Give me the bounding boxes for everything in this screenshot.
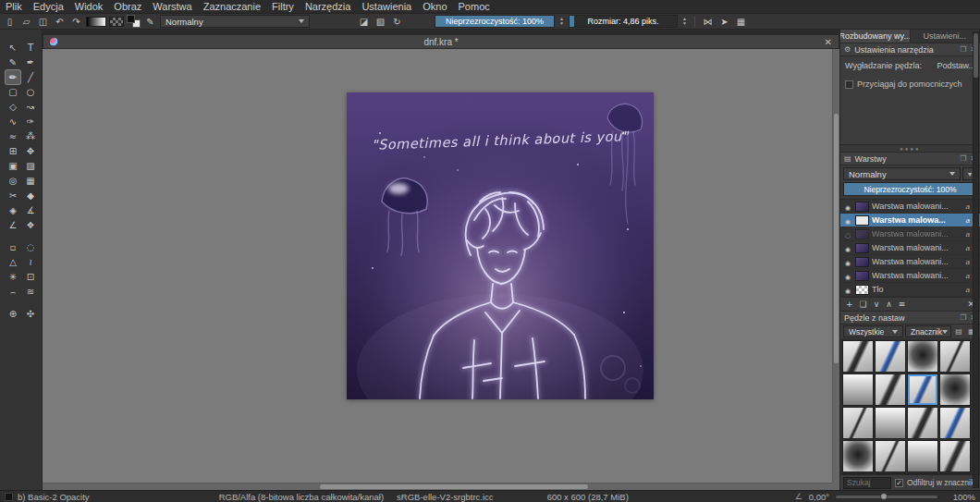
brush-preset[interactable] <box>939 407 971 439</box>
line-tool[interactable]: ╱ <box>23 70 38 84</box>
freehand-path-tool[interactable]: ✑ <box>23 115 38 129</box>
bezier-select-tool[interactable]: ⌢ <box>6 285 20 299</box>
preset-filter-combo[interactable]: Wszystkie <box>843 325 903 337</box>
flip-icon[interactable]: ➤ <box>717 15 731 28</box>
eraser-mode-icon[interactable]: ◪ <box>357 15 371 28</box>
foreground-background-colors[interactable] <box>127 15 141 28</box>
redo-icon[interactable]: ↷ <box>69 15 83 28</box>
visibility-eye-icon[interactable] <box>843 215 852 226</box>
duplicate-layer-button[interactable]: ❏ <box>860 300 867 309</box>
layer-row[interactable]: Warstwa malowani... a <box>840 200 980 214</box>
float-dock-icon[interactable]: ❐ <box>960 154 966 163</box>
dock-tab[interactable]: Rozbudowany wy... <box>840 30 911 43</box>
alpha-lock-icon[interactable]: a <box>966 272 970 280</box>
multibrush-tool[interactable]: ⁂ <box>23 129 38 143</box>
pattern-preview[interactable] <box>109 17 124 27</box>
move-tool[interactable]: ✥ <box>23 144 38 158</box>
bezier-curve-tool[interactable]: ∿ <box>6 115 20 129</box>
zoom-slider-handle[interactable] <box>880 493 888 500</box>
wrap-around-icon[interactable]: ▦ <box>734 15 748 28</box>
color-sampler-tool[interactable]: ◎ <box>6 174 20 188</box>
layer-opacity-slider[interactable]: Nieprzezroczystość: 100% <box>843 182 977 196</box>
dock-splitter[interactable]: ●●●● <box>840 145 980 153</box>
preset-tag-button[interactable]: Znacznik <box>905 325 951 337</box>
rect-select-tool[interactable]: ▫ <box>6 240 20 254</box>
similar-color-select-tool[interactable]: ✳ <box>6 270 20 284</box>
brush-preset[interactable] <box>907 407 938 439</box>
polyline-tool[interactable]: ↝ <box>23 100 38 114</box>
menu-item[interactable]: Ustawienia <box>356 0 417 14</box>
new-document-icon[interactable]: ▯ <box>3 15 17 28</box>
pattern-edit-tool[interactable]: ▦ <box>23 174 38 188</box>
preset-scrollbar[interactable] <box>973 31 979 488</box>
visibility-eye-icon[interactable] <box>843 257 852 267</box>
gradient-preview[interactable] <box>86 17 106 27</box>
zoom-tool[interactable]: ⊕ <box>6 307 20 321</box>
crop-tool[interactable]: ▣ <box>6 159 20 173</box>
layer-properties-button[interactable]: ≡ <box>899 300 906 309</box>
visibility-eye-icon[interactable] <box>843 243 852 253</box>
painting-canvas[interactable]: "Sometimes all i think about is you" <box>347 92 654 399</box>
ellipse-select-tool[interactable]: ◌ <box>23 240 38 254</box>
visibility-eye-icon[interactable] <box>843 285 852 295</box>
polygon-tool[interactable]: ◇ <box>6 100 20 114</box>
transform-tool[interactable]: ⊞ <box>6 144 20 158</box>
layer-row[interactable]: Warstwa malowani... a <box>840 255 980 269</box>
add-layer-button[interactable]: + <box>846 300 853 309</box>
brush-preset[interactable] <box>875 340 906 373</box>
brush-size-slider[interactable]: Rozmiar: 4,86 piks. <box>569 15 678 28</box>
layer-row[interactable]: Warstwa malowa... a <box>840 214 980 227</box>
undo-icon[interactable]: ↶ <box>53 15 67 28</box>
menu-item[interactable]: Plik <box>0 0 28 14</box>
measure-tool[interactable]: ∠ <box>6 218 20 232</box>
freehand-brush-tool[interactable]: ✏ <box>6 70 20 84</box>
visibility-eye-icon[interactable] <box>843 202 852 212</box>
reference-images-tool[interactable]: ❖ <box>23 218 38 232</box>
menu-item[interactable]: Okno <box>417 0 452 14</box>
enclose-fill-tool[interactable]: ◈ <box>6 203 20 217</box>
alpha-lock-icon[interactable]: a <box>966 216 970 225</box>
alpha-lock-icon[interactable]: a <box>966 286 970 294</box>
brush-preset[interactable] <box>842 340 874 373</box>
float-dock-icon[interactable]: ❐ <box>960 313 966 322</box>
canvas-area[interactable]: "Sometimes all i think about is you" <box>43 49 839 490</box>
layer-row[interactable]: Tło a <box>840 283 980 297</box>
select-shapes-tool[interactable]: ↖ <box>6 41 20 55</box>
brush-preset[interactable] <box>939 440 971 472</box>
mirror-horizontal-icon[interactable]: ⋈ <box>701 15 715 28</box>
preset-search-input[interactable] <box>843 477 891 489</box>
contiguous-select-tool[interactable]: ⊡ <box>23 270 38 284</box>
brush-preset[interactable] <box>875 373 906 406</box>
brush-preset[interactable] <box>842 473 874 474</box>
preserve-alpha-icon[interactable]: ▧ <box>374 15 387 28</box>
opacity-spinner[interactable]: ▲▼ <box>557 15 566 28</box>
close-icon[interactable]: ✕ <box>825 37 832 47</box>
brush-preset[interactable] <box>875 407 906 439</box>
list-view-icon[interactable]: ▤ <box>953 327 964 336</box>
menu-item[interactable]: Filtry <box>266 0 300 14</box>
brush-preset[interactable] <box>907 473 938 474</box>
save-document-icon[interactable]: ◫ <box>36 15 50 28</box>
freehand-select-tool[interactable]: ≀ <box>23 255 38 269</box>
zoom-slider[interactable] <box>836 496 937 498</box>
pan-tool[interactable]: ✣ <box>23 307 38 321</box>
brush-editor-icon[interactable]: ✎ <box>143 15 157 28</box>
size-spinner[interactable]: ▲▼ <box>680 15 689 28</box>
canvas-vertical-scrollbar[interactable] <box>832 49 839 483</box>
opacity-slider[interactable]: Nieprzezroczystość: 100% <box>435 15 555 28</box>
visibility-eye-icon[interactable] <box>843 271 852 281</box>
dock-tab[interactable]: Ustawieni... <box>911 30 980 43</box>
smart-patch-tool[interactable]: ✂ <box>6 189 20 202</box>
layer-row[interactable]: Warstwa malowani... a <box>840 241 980 255</box>
dynamic-brush-tool[interactable]: ≈ <box>6 129 20 143</box>
brush-preset[interactable] <box>842 440 874 472</box>
snap-assistants-checkbox[interactable] <box>845 80 853 89</box>
rectangle-tool[interactable]: ▢ <box>6 85 20 99</box>
edit-shapes-tool[interactable]: ✎ <box>6 55 20 69</box>
float-dock-icon[interactable]: ❐ <box>960 45 966 54</box>
alpha-lock-icon[interactable]: a <box>966 230 970 239</box>
reload-preset-icon[interactable]: ↻ <box>390 15 404 28</box>
brush-preset[interactable] <box>875 473 906 474</box>
layer-row[interactable]: Warstwa malowani... a <box>840 227 980 241</box>
brush-preset[interactable] <box>907 340 938 373</box>
